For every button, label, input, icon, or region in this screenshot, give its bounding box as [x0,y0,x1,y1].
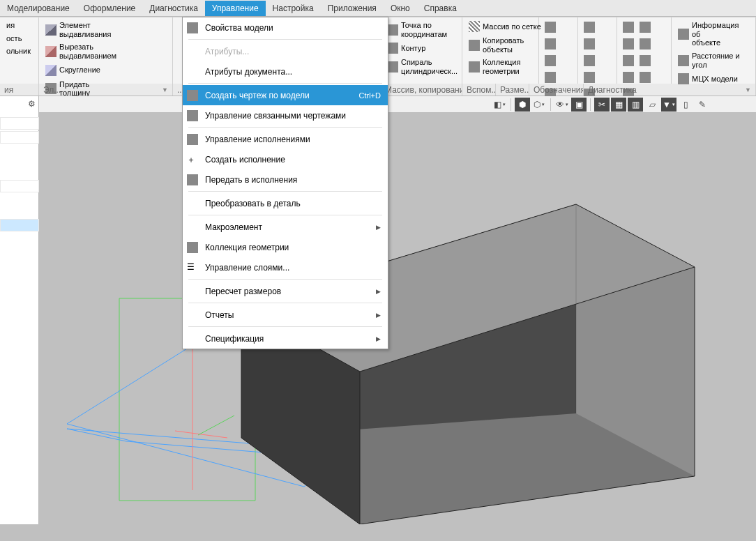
ann-btn-4[interactable] [637,36,653,52]
transfer-icon [187,174,198,185]
link-icon [187,110,198,121]
dim-btn-2[interactable] [582,36,597,52]
view-btn-1[interactable]: ◧▾ [492,98,507,112]
side-entry-2[interactable] [0,131,39,144]
dim-btn-3[interactable] [582,53,597,68]
layers-icon: ☰ [187,262,198,273]
menu-item-12[interactable]: Преобразовать в деталь [183,193,388,213]
aux-btn-4[interactable] [543,70,558,85]
menu-window[interactable]: Окно [384,1,417,16]
filter-btn[interactable]: ▼▾ [661,98,676,112]
tool-btn-e[interactable]: ▯ [678,98,693,112]
collection-button[interactable]: Коллекция геометрии [466,56,544,77]
menu-item-14[interactable]: Макроэлемент▶ [183,217,388,237]
view-toolbar: ◧▾ ⬢ ⬡▾ 👁▾ ▣ ✂ ▦ ▥ ▱ ▼▾ ▯ ✎ [39,96,756,113]
menu-item-8[interactable]: Управление исполнениями [183,129,388,149]
spiral-icon [387,61,398,73]
menu-item-3[interactable]: Атрибуты документа... [183,61,388,82]
drawing-icon [187,90,198,101]
tool-btn-c[interactable]: ▥ [628,98,643,112]
menu-item-0[interactable]: Свойства модели [183,17,388,38]
tool-btn-a[interactable]: ✂ [594,98,610,112]
aux-btn-2[interactable] [543,36,558,52]
info-button[interactable]: Информация об объекте [675,20,752,49]
menu-item-18[interactable]: Пересчет размеров▶ [183,281,388,301]
tool-btn-d[interactable]: ▱ [644,98,660,112]
svg-line-5 [198,416,234,435]
extrude-icon [45,24,56,36]
gear-icon[interactable]: ⚙ [28,99,36,109]
ann-btn-6[interactable] [637,53,653,68]
cut-icon [45,46,56,57]
contour-icon [387,43,398,54]
camera-btn[interactable]: ▣ [571,98,587,112]
ribbon-stub-3[interactable]: ольник [3,45,33,57]
executions-icon [187,134,198,145]
ann-btn-8[interactable] [637,70,653,85]
wireframe-button[interactable]: ⬡▾ [531,98,547,112]
menu-item-9[interactable]: ＋Создать исполнение [183,149,388,169]
point-icon [387,24,398,36]
cut-extrude-button[interactable]: Вырезать выдавливанием [43,41,169,61]
collection-icon [469,61,480,73]
svg-line-4 [175,431,227,438]
menu-item-6[interactable]: Управление связанными чертежами [183,105,388,125]
menu-item-10[interactable]: Передать в исполнения [183,169,388,190]
aux-btn-3[interactable] [543,53,558,68]
eyedropper-btn[interactable]: ✎ [695,98,710,112]
menu-design[interactable]: Оформление [77,1,142,16]
fillet-button[interactable]: Скругление [43,63,169,77]
contour-button[interactable]: Контур [384,41,460,55]
point-button[interactable]: Точка по координатам [384,20,460,40]
grid-icon [469,21,480,32]
distance-button[interactable]: Расстояние и угол [675,50,752,70]
tool-btn-b[interactable]: ▦ [611,98,626,112]
menu-item-22[interactable]: Спецификация▶ [183,328,388,349]
copy-objects-button[interactable]: Копировать объекты [466,35,544,55]
ribbon-stub-1[interactable]: ия [3,20,33,31]
3d-scene [39,96,756,524]
menu-item-16[interactable]: ☰Управление слоями... [183,257,388,277]
side-entry-3[interactable] [0,180,39,192]
info-icon [678,29,689,40]
menu-modeling[interactable]: Моделирование [0,1,77,16]
menu-item-2: Атрибуты... [183,41,388,61]
menubar: Моделирование Оформление Диагностика Упр… [0,0,756,17]
properties-icon [187,22,198,33]
menu-apps[interactable]: Приложения [321,1,384,16]
manage-menu-dropdown: Свойства моделиАтрибуты...Атрибуты докум… [182,17,388,349]
menu-settings[interactable]: Настройка [266,1,321,16]
menu-manage[interactable]: Управление [205,1,266,16]
menu-item-5[interactable]: Создать чертеж по моделиCtrl+D [183,85,388,105]
visibility-btn[interactable]: 👁▾ [554,98,570,112]
dim-btn-1[interactable] [582,20,597,35]
spiral-button[interactable]: Спираль цилиндрическ... [384,56,460,77]
3d-viewport[interactable] [39,96,756,524]
ribbon-stub-2[interactable]: ость [3,33,33,45]
grid-array-button[interactable]: Массив по сетке [466,20,544,33]
plus-icon: ＋ [187,154,198,165]
copy-icon [469,40,480,51]
menu-item-15[interactable]: Коллекция геометрии [183,237,388,257]
ann-btn-2[interactable] [637,20,653,35]
ann-btn-3[interactable] [621,36,636,52]
side-entry-selected[interactable] [0,219,39,231]
menu-help[interactable]: Справка [417,1,464,16]
menu-diagnostics[interactable]: Диагностика [142,1,205,16]
ann-btn-1[interactable] [621,20,636,35]
side-panel: ⚙ [0,96,39,524]
fillet-icon [45,65,56,76]
mass-icon [678,73,689,84]
aux-btn-1[interactable] [543,20,558,35]
extrude-button[interactable]: Элемент выдавливания [43,20,169,40]
shaded-button[interactable]: ⬢ [515,98,530,112]
menu-item-20[interactable]: Отчеты▶ [183,305,388,325]
side-entry-1[interactable] [0,117,39,130]
ann-btn-7[interactable] [621,70,636,85]
collection-icon [187,242,198,253]
dim-btn-4[interactable] [582,70,597,85]
ann-btn-5[interactable] [621,53,636,68]
angle-icon [678,55,689,66]
